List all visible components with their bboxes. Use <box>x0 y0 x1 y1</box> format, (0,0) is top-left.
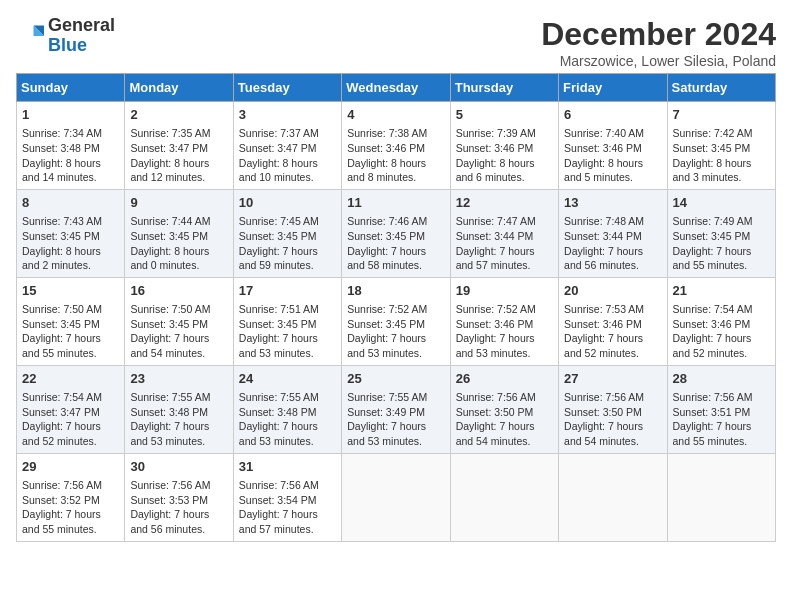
calendar-title: December 2024 <box>541 16 776 53</box>
day-info: and 0 minutes. <box>130 258 227 273</box>
day-info: Sunrise: 7:56 AM <box>130 478 227 493</box>
day-info: Sunset: 3:45 PM <box>673 141 770 156</box>
day-info: Daylight: 7 hours <box>239 244 336 259</box>
day-info: Daylight: 7 hours <box>347 331 444 346</box>
day-info: Sunrise: 7:50 AM <box>22 302 119 317</box>
header-monday: Monday <box>125 74 233 102</box>
day-cell <box>450 453 558 541</box>
page-header: General Blue December 2024 Marszowice, L… <box>16 16 776 69</box>
day-number: 27 <box>564 370 661 388</box>
day-info: Daylight: 7 hours <box>22 331 119 346</box>
day-info: Sunrise: 7:46 AM <box>347 214 444 229</box>
day-info: and 58 minutes. <box>347 258 444 273</box>
day-info: Sunset: 3:53 PM <box>130 493 227 508</box>
day-info: and 6 minutes. <box>456 170 553 185</box>
day-number: 22 <box>22 370 119 388</box>
day-info: and 53 minutes. <box>347 346 444 361</box>
day-info: Sunset: 3:44 PM <box>456 229 553 244</box>
day-cell: 17Sunrise: 7:51 AMSunset: 3:45 PMDayligh… <box>233 277 341 365</box>
day-cell: 3Sunrise: 7:37 AMSunset: 3:47 PMDaylight… <box>233 102 341 190</box>
day-info: Sunset: 3:48 PM <box>130 405 227 420</box>
day-info: Sunset: 3:50 PM <box>456 405 553 420</box>
day-info: and 59 minutes. <box>239 258 336 273</box>
day-cell: 8Sunrise: 7:43 AMSunset: 3:45 PMDaylight… <box>17 189 125 277</box>
day-number: 1 <box>22 106 119 124</box>
day-info: and 52 minutes. <box>564 346 661 361</box>
day-number: 29 <box>22 458 119 476</box>
day-number: 14 <box>673 194 770 212</box>
day-number: 2 <box>130 106 227 124</box>
day-info: Sunrise: 7:55 AM <box>130 390 227 405</box>
day-number: 7 <box>673 106 770 124</box>
day-info: Daylight: 7 hours <box>130 419 227 434</box>
day-info: and 14 minutes. <box>22 170 119 185</box>
day-info: Sunrise: 7:38 AM <box>347 126 444 141</box>
day-info: Sunset: 3:48 PM <box>22 141 119 156</box>
day-info: and 56 minutes. <box>564 258 661 273</box>
day-info: and 57 minutes. <box>456 258 553 273</box>
day-info: Sunrise: 7:42 AM <box>673 126 770 141</box>
day-cell: 7Sunrise: 7:42 AMSunset: 3:45 PMDaylight… <box>667 102 775 190</box>
day-info: Daylight: 7 hours <box>130 331 227 346</box>
day-info: Sunrise: 7:55 AM <box>239 390 336 405</box>
day-cell: 22Sunrise: 7:54 AMSunset: 3:47 PMDayligh… <box>17 365 125 453</box>
day-number: 10 <box>239 194 336 212</box>
day-info: and 5 minutes. <box>564 170 661 185</box>
header-row: SundayMondayTuesdayWednesdayThursdayFrid… <box>17 74 776 102</box>
day-info: Sunset: 3:47 PM <box>22 405 119 420</box>
week-row-1: 1Sunrise: 7:34 AMSunset: 3:48 PMDaylight… <box>17 102 776 190</box>
day-info: Sunrise: 7:54 AM <box>673 302 770 317</box>
day-info: and 53 minutes. <box>239 434 336 449</box>
day-cell: 28Sunrise: 7:56 AMSunset: 3:51 PMDayligh… <box>667 365 775 453</box>
day-info: Sunset: 3:44 PM <box>564 229 661 244</box>
day-info: and 53 minutes. <box>347 434 444 449</box>
day-cell: 10Sunrise: 7:45 AMSunset: 3:45 PMDayligh… <box>233 189 341 277</box>
day-info: Sunset: 3:46 PM <box>347 141 444 156</box>
week-row-3: 15Sunrise: 7:50 AMSunset: 3:45 PMDayligh… <box>17 277 776 365</box>
day-cell: 16Sunrise: 7:50 AMSunset: 3:45 PMDayligh… <box>125 277 233 365</box>
logo-line2: Blue <box>48 36 115 56</box>
header-sunday: Sunday <box>17 74 125 102</box>
calendar-table: SundayMondayTuesdayWednesdayThursdayFrid… <box>16 73 776 542</box>
day-info: Sunset: 3:51 PM <box>673 405 770 420</box>
title-area: December 2024 Marszowice, Lower Silesia,… <box>541 16 776 69</box>
day-info: and 56 minutes. <box>130 522 227 537</box>
day-info: Sunrise: 7:53 AM <box>564 302 661 317</box>
header-wednesday: Wednesday <box>342 74 450 102</box>
day-info: Daylight: 8 hours <box>22 244 119 259</box>
header-saturday: Saturday <box>667 74 775 102</box>
day-number: 19 <box>456 282 553 300</box>
day-cell: 4Sunrise: 7:38 AMSunset: 3:46 PMDaylight… <box>342 102 450 190</box>
day-number: 8 <box>22 194 119 212</box>
day-info: Sunrise: 7:56 AM <box>239 478 336 493</box>
day-number: 15 <box>22 282 119 300</box>
day-info: Sunset: 3:45 PM <box>22 317 119 332</box>
day-info: Daylight: 8 hours <box>456 156 553 171</box>
day-info: Daylight: 7 hours <box>673 244 770 259</box>
logo-icon <box>16 22 44 50</box>
day-cell: 12Sunrise: 7:47 AMSunset: 3:44 PMDayligh… <box>450 189 558 277</box>
day-cell: 13Sunrise: 7:48 AMSunset: 3:44 PMDayligh… <box>559 189 667 277</box>
day-info: Sunrise: 7:48 AM <box>564 214 661 229</box>
calendar-subtitle: Marszowice, Lower Silesia, Poland <box>541 53 776 69</box>
day-info: Sunset: 3:46 PM <box>564 141 661 156</box>
day-info: Sunset: 3:45 PM <box>130 229 227 244</box>
day-info: Daylight: 7 hours <box>564 331 661 346</box>
day-info: Daylight: 8 hours <box>130 244 227 259</box>
day-info: Daylight: 7 hours <box>456 419 553 434</box>
day-cell: 11Sunrise: 7:46 AMSunset: 3:45 PMDayligh… <box>342 189 450 277</box>
day-number: 12 <box>456 194 553 212</box>
day-cell: 29Sunrise: 7:56 AMSunset: 3:52 PMDayligh… <box>17 453 125 541</box>
day-info: Daylight: 7 hours <box>239 331 336 346</box>
day-cell <box>667 453 775 541</box>
day-info: Sunset: 3:52 PM <box>22 493 119 508</box>
day-info: Sunrise: 7:51 AM <box>239 302 336 317</box>
logo: General Blue <box>16 16 115 56</box>
day-info: Sunset: 3:47 PM <box>130 141 227 156</box>
day-info: and 55 minutes. <box>22 346 119 361</box>
day-info: and 55 minutes. <box>22 522 119 537</box>
day-number: 16 <box>130 282 227 300</box>
day-info: Sunset: 3:50 PM <box>564 405 661 420</box>
week-row-2: 8Sunrise: 7:43 AMSunset: 3:45 PMDaylight… <box>17 189 776 277</box>
day-cell: 20Sunrise: 7:53 AMSunset: 3:46 PMDayligh… <box>559 277 667 365</box>
